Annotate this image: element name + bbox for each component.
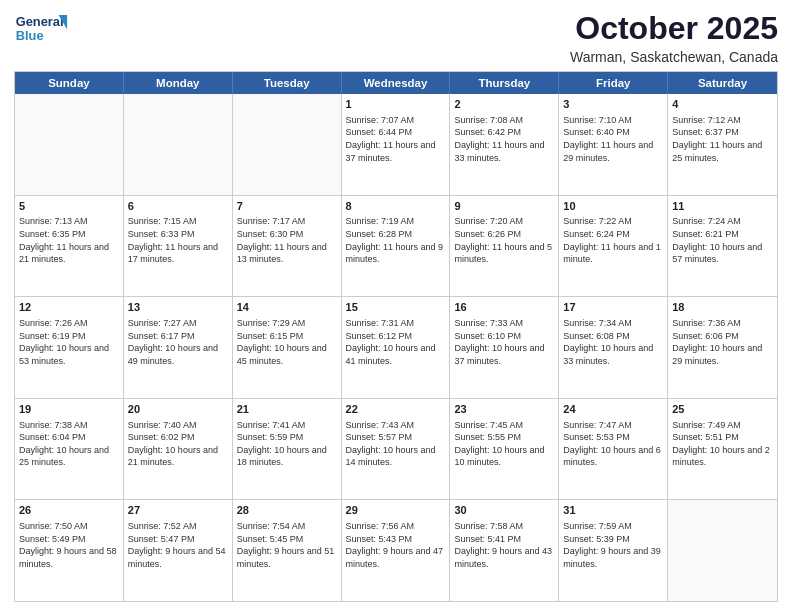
day-number: 15 (346, 300, 446, 315)
day-24: 24Sunrise: 7:47 AM Sunset: 5:53 PM Dayli… (559, 399, 668, 500)
day-number: 13 (128, 300, 228, 315)
day-info: Sunrise: 7:43 AM Sunset: 5:57 PM Dayligh… (346, 419, 446, 469)
logo-svg: General Blue (14, 10, 74, 50)
day-info: Sunrise: 7:59 AM Sunset: 5:39 PM Dayligh… (563, 520, 663, 570)
week-row-4: 19Sunrise: 7:38 AM Sunset: 6:04 PM Dayli… (15, 398, 777, 500)
day-13: 13Sunrise: 7:27 AM Sunset: 6:17 PM Dayli… (124, 297, 233, 398)
day-17: 17Sunrise: 7:34 AM Sunset: 6:08 PM Dayli… (559, 297, 668, 398)
title-block: October 2025 Warman, Saskatchewan, Canad… (570, 10, 778, 65)
calendar-body: 1Sunrise: 7:07 AM Sunset: 6:44 PM Daylig… (15, 94, 777, 601)
week-row-1: 1Sunrise: 7:07 AM Sunset: 6:44 PM Daylig… (15, 94, 777, 195)
day-info: Sunrise: 7:24 AM Sunset: 6:21 PM Dayligh… (672, 215, 773, 265)
day-info: Sunrise: 7:38 AM Sunset: 6:04 PM Dayligh… (19, 419, 119, 469)
header-friday: Friday (559, 72, 668, 94)
day-number: 30 (454, 503, 554, 518)
day-info: Sunrise: 7:34 AM Sunset: 6:08 PM Dayligh… (563, 317, 663, 367)
calendar-header: Sunday Monday Tuesday Wednesday Thursday… (15, 72, 777, 94)
week-row-3: 12Sunrise: 7:26 AM Sunset: 6:19 PM Dayli… (15, 296, 777, 398)
day-number: 9 (454, 199, 554, 214)
day-18: 18Sunrise: 7:36 AM Sunset: 6:06 PM Dayli… (668, 297, 777, 398)
day-info: Sunrise: 7:15 AM Sunset: 6:33 PM Dayligh… (128, 215, 228, 265)
empty-cell-w0-0 (15, 94, 124, 195)
svg-text:Blue: Blue (16, 28, 44, 43)
day-number: 8 (346, 199, 446, 214)
day-3: 3Sunrise: 7:10 AM Sunset: 6:40 PM Daylig… (559, 94, 668, 195)
day-info: Sunrise: 7:33 AM Sunset: 6:10 PM Dayligh… (454, 317, 554, 367)
day-number: 1 (346, 97, 446, 112)
day-15: 15Sunrise: 7:31 AM Sunset: 6:12 PM Dayli… (342, 297, 451, 398)
day-12: 12Sunrise: 7:26 AM Sunset: 6:19 PM Dayli… (15, 297, 124, 398)
day-number: 11 (672, 199, 773, 214)
header-tuesday: Tuesday (233, 72, 342, 94)
day-number: 20 (128, 402, 228, 417)
day-number: 24 (563, 402, 663, 417)
day-info: Sunrise: 7:52 AM Sunset: 5:47 PM Dayligh… (128, 520, 228, 570)
day-number: 5 (19, 199, 119, 214)
day-info: Sunrise: 7:07 AM Sunset: 6:44 PM Dayligh… (346, 114, 446, 164)
day-2: 2Sunrise: 7:08 AM Sunset: 6:42 PM Daylig… (450, 94, 559, 195)
day-26: 26Sunrise: 7:50 AM Sunset: 5:49 PM Dayli… (15, 500, 124, 601)
day-5: 5Sunrise: 7:13 AM Sunset: 6:35 PM Daylig… (15, 196, 124, 297)
day-number: 27 (128, 503, 228, 518)
day-number: 10 (563, 199, 663, 214)
logo: General Blue (14, 10, 74, 50)
header-sunday: Sunday (15, 72, 124, 94)
day-info: Sunrise: 7:58 AM Sunset: 5:41 PM Dayligh… (454, 520, 554, 570)
day-info: Sunrise: 7:10 AM Sunset: 6:40 PM Dayligh… (563, 114, 663, 164)
day-info: Sunrise: 7:41 AM Sunset: 5:59 PM Dayligh… (237, 419, 337, 469)
header-thursday: Thursday (450, 72, 559, 94)
day-number: 19 (19, 402, 119, 417)
day-number: 2 (454, 97, 554, 112)
day-info: Sunrise: 7:54 AM Sunset: 5:45 PM Dayligh… (237, 520, 337, 570)
day-number: 18 (672, 300, 773, 315)
day-8: 8Sunrise: 7:19 AM Sunset: 6:28 PM Daylig… (342, 196, 451, 297)
day-info: Sunrise: 7:12 AM Sunset: 6:37 PM Dayligh… (672, 114, 773, 164)
day-28: 28Sunrise: 7:54 AM Sunset: 5:45 PM Dayli… (233, 500, 342, 601)
day-20: 20Sunrise: 7:40 AM Sunset: 6:02 PM Dayli… (124, 399, 233, 500)
day-number: 12 (19, 300, 119, 315)
day-number: 7 (237, 199, 337, 214)
day-info: Sunrise: 7:50 AM Sunset: 5:49 PM Dayligh… (19, 520, 119, 570)
day-31: 31Sunrise: 7:59 AM Sunset: 5:39 PM Dayli… (559, 500, 668, 601)
day-number: 31 (563, 503, 663, 518)
empty-cell-w0-2 (233, 94, 342, 195)
day-info: Sunrise: 7:13 AM Sunset: 6:35 PM Dayligh… (19, 215, 119, 265)
day-info: Sunrise: 7:19 AM Sunset: 6:28 PM Dayligh… (346, 215, 446, 265)
day-number: 29 (346, 503, 446, 518)
day-info: Sunrise: 7:22 AM Sunset: 6:24 PM Dayligh… (563, 215, 663, 265)
day-22: 22Sunrise: 7:43 AM Sunset: 5:57 PM Dayli… (342, 399, 451, 500)
day-info: Sunrise: 7:26 AM Sunset: 6:19 PM Dayligh… (19, 317, 119, 367)
calendar: Sunday Monday Tuesday Wednesday Thursday… (14, 71, 778, 602)
header: General Blue October 2025 Warman, Saskat… (14, 10, 778, 65)
day-number: 28 (237, 503, 337, 518)
day-info: Sunrise: 7:47 AM Sunset: 5:53 PM Dayligh… (563, 419, 663, 469)
day-info: Sunrise: 7:49 AM Sunset: 5:51 PM Dayligh… (672, 419, 773, 469)
day-9: 9Sunrise: 7:20 AM Sunset: 6:26 PM Daylig… (450, 196, 559, 297)
day-16: 16Sunrise: 7:33 AM Sunset: 6:10 PM Dayli… (450, 297, 559, 398)
day-6: 6Sunrise: 7:15 AM Sunset: 6:33 PM Daylig… (124, 196, 233, 297)
subtitle: Warman, Saskatchewan, Canada (570, 49, 778, 65)
day-21: 21Sunrise: 7:41 AM Sunset: 5:59 PM Dayli… (233, 399, 342, 500)
day-number: 6 (128, 199, 228, 214)
empty-cell-w4-6 (668, 500, 777, 601)
day-number: 17 (563, 300, 663, 315)
day-23: 23Sunrise: 7:45 AM Sunset: 5:55 PM Dayli… (450, 399, 559, 500)
day-number: 22 (346, 402, 446, 417)
day-info: Sunrise: 7:36 AM Sunset: 6:06 PM Dayligh… (672, 317, 773, 367)
day-info: Sunrise: 7:20 AM Sunset: 6:26 PM Dayligh… (454, 215, 554, 265)
day-number: 23 (454, 402, 554, 417)
day-info: Sunrise: 7:08 AM Sunset: 6:42 PM Dayligh… (454, 114, 554, 164)
day-10: 10Sunrise: 7:22 AM Sunset: 6:24 PM Dayli… (559, 196, 668, 297)
day-number: 25 (672, 402, 773, 417)
day-25: 25Sunrise: 7:49 AM Sunset: 5:51 PM Dayli… (668, 399, 777, 500)
day-number: 4 (672, 97, 773, 112)
week-row-2: 5Sunrise: 7:13 AM Sunset: 6:35 PM Daylig… (15, 195, 777, 297)
empty-cell-w0-1 (124, 94, 233, 195)
main-title: October 2025 (570, 10, 778, 47)
day-number: 14 (237, 300, 337, 315)
week-row-5: 26Sunrise: 7:50 AM Sunset: 5:49 PM Dayli… (15, 499, 777, 601)
day-14: 14Sunrise: 7:29 AM Sunset: 6:15 PM Dayli… (233, 297, 342, 398)
header-saturday: Saturday (668, 72, 777, 94)
day-info: Sunrise: 7:31 AM Sunset: 6:12 PM Dayligh… (346, 317, 446, 367)
day-30: 30Sunrise: 7:58 AM Sunset: 5:41 PM Dayli… (450, 500, 559, 601)
